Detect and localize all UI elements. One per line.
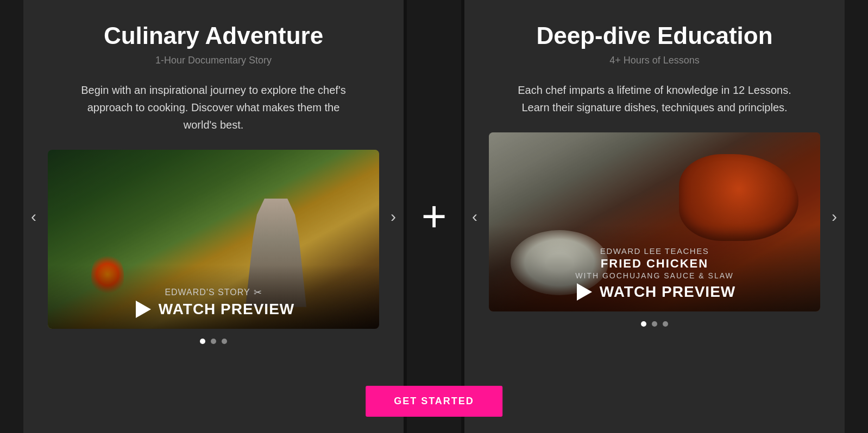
right-watch-preview-row: WATCH PREVIEW [574, 283, 735, 301]
left-panel: ‹ Culinary Adventure 1-Hour Documentary … [23, 0, 404, 433]
left-panel-prev-button[interactable]: ‹ [26, 202, 42, 231]
plus-sign: + [422, 195, 447, 238]
left-watch-preview-row: WATCH PREVIEW [133, 301, 294, 318]
right-video-thumbnail[interactable]: EDWARD LEE TEACHES FRIED CHICKEN WITH GO… [489, 132, 820, 311]
right-play-icon [577, 283, 592, 301]
left-panel-title: Culinary Adventure [104, 22, 323, 50]
left-dot-2[interactable] [211, 339, 216, 344]
get-started-wrapper: GET STARTED [366, 386, 502, 417]
right-panel-next-button[interactable]: › [826, 202, 842, 231]
left-dots [200, 339, 227, 344]
right-panel: ‹ Deep-dive Education 4+ Hours of Lesson… [464, 0, 845, 433]
right-dots [641, 321, 668, 327]
left-play-icon [136, 301, 151, 318]
left-video-bottom-text: EDWARD'S STORY ✂ WATCH PREVIEW [48, 265, 379, 329]
left-dot-3[interactable] [222, 339, 227, 344]
get-started-button[interactable]: GET STARTED [366, 386, 502, 417]
right-dish-sub: WITH GOCHUJANG SAUCE & SLAW [575, 271, 734, 280]
left-panel-description: Begin with an inspirational journey to e… [72, 81, 355, 133]
left-thumb-image: EDWARD'S STORY ✂ WATCH PREVIEW [48, 150, 379, 329]
right-dot-1[interactable] [641, 321, 646, 327]
episode-label: EDWARD'S STORY ✂ [165, 286, 262, 298]
right-panel-description: Each chef imparts a lifetime of knowledg… [513, 81, 796, 116]
plus-center: + [407, 195, 461, 238]
main-container: ‹ Culinary Adventure 1-Hour Documentary … [0, 0, 868, 433]
left-dot-1[interactable] [200, 339, 205, 344]
right-dot-2[interactable] [652, 321, 657, 327]
right-panel-subtitle: 4+ Hours of Lessons [609, 55, 700, 66]
left-watch-preview-text: WATCH PREVIEW [159, 301, 294, 318]
left-video-thumbnail[interactable]: EDWARD'S STORY ✂ WATCH PREVIEW [48, 150, 379, 329]
right-watch-preview-text: WATCH PREVIEW [600, 283, 735, 301]
right-panel-prev-button[interactable]: ‹ [467, 202, 483, 231]
right-panel-title: Deep-dive Education [536, 22, 772, 50]
left-panel-next-button[interactable]: › [385, 202, 401, 231]
right-video-bottom-text: EDWARD LEE TEACHES FRIED CHICKEN WITH GO… [489, 225, 820, 311]
right-dot-3[interactable] [663, 321, 668, 327]
right-dish-name: FRIED CHICKEN [601, 257, 708, 271]
scissors-icon: ✂ [254, 286, 262, 298]
right-teacher-label: EDWARD LEE TEACHES [600, 246, 709, 256]
right-thumb-image: EDWARD LEE TEACHES FRIED CHICKEN WITH GO… [489, 132, 820, 311]
left-panel-subtitle: 1-Hour Documentary Story [155, 55, 272, 66]
